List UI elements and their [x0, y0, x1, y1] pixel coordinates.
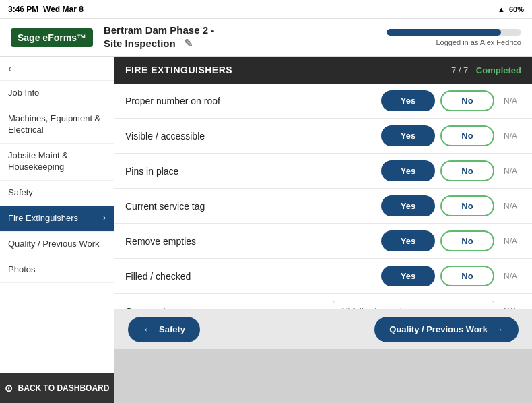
row-controls: N/A	[333, 301, 521, 309]
row-label: Filled / checked	[125, 271, 381, 282]
status-time: 3:46 PM Wed Mar 8	[8, 5, 84, 14]
no-button[interactable]: No	[440, 195, 494, 216]
row-controls: Yes No N/A	[381, 230, 521, 251]
logo-brand: Sage	[18, 32, 40, 43]
sidebar-label: Safety	[8, 187, 33, 199]
status-bar: 3:46 PM Wed Mar 8 ▲ 60%	[0, 0, 532, 19]
form-row-comments: Comments N/A	[114, 294, 532, 309]
sidebar-item-machines[interactable]: Machines, Equipment & Electrical	[0, 106, 114, 144]
section-progress: 7 / 7 Completed	[451, 65, 521, 75]
yes-button[interactable]: Yes	[381, 125, 435, 146]
back-to-dashboard-button[interactable]: ⊙ BACK TO DASHBOARD	[0, 373, 114, 403]
sidebar-nav: Job Info Machines, Equipment & Electrica…	[0, 81, 114, 373]
yes-button[interactable]: Yes	[381, 195, 435, 216]
row-label: Remove empties	[125, 236, 381, 247]
na-button[interactable]: N/A	[500, 96, 521, 106]
edit-icon[interactable]: ✎	[184, 38, 193, 49]
app-logo: Sage eForms™	[11, 28, 93, 47]
comments-input[interactable]	[333, 301, 494, 309]
left-arrow-icon: ←	[143, 323, 154, 336]
sidebar: ‹ Job Info Machines, Equipment & Electri…	[0, 57, 114, 403]
nav-footer: ← Safety Quality / Previous Work →	[114, 309, 532, 349]
form-row-filled: Filled / checked Yes No N/A	[114, 259, 532, 294]
row-controls: Yes No N/A	[381, 160, 521, 181]
header-right: Logged in as Alex Fedrico	[387, 29, 521, 46]
yes-button[interactable]: Yes	[381, 230, 435, 251]
main-layout: ‹ Job Info Machines, Equipment & Electri…	[0, 57, 532, 403]
project-title: Bertram Dam Phase 2 -Site Inspection ✎	[104, 24, 376, 51]
back-arrow-icon: ‹	[8, 63, 11, 75]
progress-bar	[387, 29, 521, 36]
yes-button[interactable]: Yes	[381, 266, 435, 286]
no-button[interactable]: No	[440, 230, 494, 251]
sidebar-label: Fire Extinguishers	[8, 213, 78, 224]
section-title: FIRE EXTINGUISHERS	[125, 65, 232, 75]
sidebar-item-quality[interactable]: Quality / Previous Work	[0, 232, 114, 257]
form-area: Proper number on roof Yes No N/A Visible…	[114, 84, 532, 309]
content-area: FIRE EXTINGUISHERS 7 / 7 Completed Prope…	[114, 57, 532, 403]
row-controls: Yes No N/A	[381, 195, 521, 216]
na-button[interactable]: N/A	[500, 237, 521, 246]
logged-in-label: Logged in as Alex Fedrico	[436, 38, 521, 46]
no-button[interactable]: No	[440, 90, 494, 111]
sidebar-item-safety[interactable]: Safety	[0, 181, 114, 206]
row-controls: Yes No N/A	[381, 266, 521, 286]
back-nav-button[interactable]: ← Safety	[128, 317, 200, 342]
dashboard-label: BACK TO DASHBOARD	[18, 383, 110, 393]
sidebar-item-job-info[interactable]: Job Info	[0, 81, 114, 106]
wifi-icon: ▲	[498, 5, 505, 13]
sidebar-label: Photos	[8, 264, 35, 276]
no-button[interactable]: No	[440, 160, 494, 181]
section-count: 7 / 7	[451, 65, 468, 75]
right-arrow-icon: →	[493, 323, 504, 336]
yes-button[interactable]: Yes	[381, 160, 435, 181]
row-label: Visible / accessible	[125, 131, 381, 142]
section-header: FIRE EXTINGUISHERS 7 / 7 Completed	[114, 57, 532, 84]
no-button[interactable]: No	[440, 125, 494, 146]
logo-product: eForms™	[42, 32, 86, 43]
form-row-remove-empties: Remove empties Yes No N/A	[114, 224, 532, 259]
na-button[interactable]: N/A	[500, 272, 521, 281]
next-nav-label: Quality / Previous Work	[389, 324, 488, 334]
na-button[interactable]: N/A	[500, 166, 521, 176]
next-nav-button[interactable]: Quality / Previous Work →	[374, 317, 519, 342]
chevron-right-icon: ›	[103, 213, 106, 224]
sidebar-label: Quality / Previous Work	[8, 239, 100, 250]
sidebar-item-fire-extinguishers[interactable]: Fire Extinguishers ›	[0, 206, 114, 232]
sidebar-label: Job Info	[8, 88, 39, 99]
na-button[interactable]: N/A	[500, 202, 521, 211]
no-button[interactable]: No	[440, 266, 494, 286]
form-row-service-tag: Current service tag Yes No N/A	[114, 189, 532, 224]
na-button[interactable]: N/A	[500, 131, 521, 141]
row-controls: Yes No N/A	[381, 90, 521, 111]
form-row-proper-number: Proper number on roof Yes No N/A	[114, 84, 532, 119]
row-label: Current service tag	[125, 201, 381, 212]
sidebar-item-photos[interactable]: Photos	[0, 257, 114, 283]
form-row-pins: Pins in place Yes No N/A	[114, 154, 532, 189]
row-label: Proper number on roof	[125, 96, 381, 106]
app-header: Sage eForms™ Bertram Dam Phase 2 -Site I…	[0, 19, 532, 57]
sidebar-back-button[interactable]: ‹	[0, 57, 114, 81]
sidebar-label: Machines, Equipment & Electrical	[8, 113, 106, 136]
progress-fill	[387, 29, 501, 36]
row-controls: Yes No N/A	[381, 125, 521, 146]
back-nav-label: Safety	[159, 324, 185, 334]
sidebar-item-jobsite[interactable]: Jobsite Maint & Housekeeping	[0, 144, 114, 181]
row-label: Pins in place	[125, 166, 381, 177]
project-title-block: Bertram Dam Phase 2 -Site Inspection ✎	[104, 24, 376, 51]
yes-button[interactable]: Yes	[381, 90, 435, 111]
completed-label: Completed	[476, 65, 521, 75]
gray-bottom-area	[114, 349, 532, 403]
battery-indicator: 60%	[509, 5, 524, 13]
dashboard-icon: ⊙	[5, 383, 13, 394]
form-row-visible: Visible / accessible Yes No N/A	[114, 119, 532, 154]
sidebar-label: Jobsite Maint & Housekeeping	[8, 150, 106, 173]
